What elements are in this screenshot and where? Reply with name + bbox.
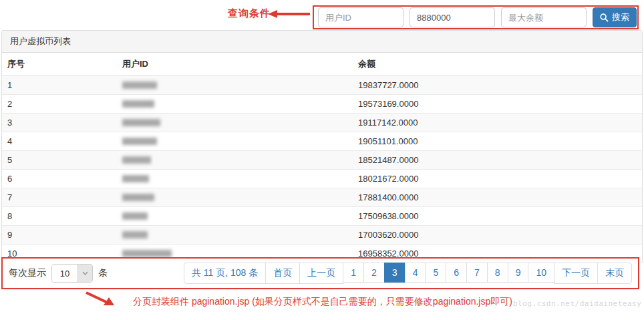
user-id-cell — [117, 95, 353, 114]
page-button[interactable]: 5 — [425, 263, 446, 283]
user-id-cell — [117, 151, 353, 170]
table-row: 119837727.0000 — [2, 76, 642, 95]
chevron-down-icon — [77, 265, 92, 282]
page-button[interactable]: 6 — [446, 263, 467, 283]
col-header-index: 序号 — [2, 53, 117, 76]
last-page-button[interactable]: 末页 — [597, 263, 632, 284]
watermark: blog.csdn.net/daidaineteasy — [513, 299, 641, 308]
balance-cell: 18521487.0000 — [353, 151, 642, 170]
page-size-select[interactable]: 10 — [51, 264, 93, 283]
user-id-cell — [117, 170, 353, 188]
user-coin-table: 序号 用户ID 余额 119837727.0000219573169.00003… — [2, 53, 642, 263]
prev-page-button[interactable]: 上一页 — [299, 263, 343, 284]
redacted-user-id — [122, 156, 151, 164]
page-button-item: 6 — [446, 263, 467, 284]
page-button-active[interactable]: 3 — [384, 263, 406, 283]
redacted-user-id — [122, 175, 149, 182]
row-index-cell: 1 — [2, 76, 117, 95]
table-body: 119837727.0000219573169.0000319117142.00… — [2, 76, 642, 263]
page-button[interactable]: 2 — [363, 263, 385, 283]
search-icon — [600, 13, 609, 22]
redacted-user-id — [122, 100, 154, 108]
page-button[interactable]: 4 — [405, 263, 426, 283]
page-button-item: 5 — [426, 263, 446, 284]
first-page-button-item: 首页 — [266, 263, 300, 284]
user-id-cell — [117, 207, 353, 226]
pagination-note: 分页封装组件 pagination.jsp (如果分页样式不是自己需要的，只需要… — [133, 296, 512, 308]
table-row: 518521487.0000 — [2, 151, 642, 170]
table-row: 419051101.0000 — [2, 132, 642, 151]
page-button-item: 8 — [488, 263, 508, 284]
pagination-summary: 共 11 页, 108 条 — [184, 263, 266, 284]
table-header-row: 序号 用户ID 余额 — [2, 53, 642, 76]
user-id-cell — [117, 226, 353, 245]
prev-page-button-item: 上一页 — [300, 263, 343, 284]
user-id-cell — [117, 114, 353, 132]
page-button-item: 10 — [528, 263, 554, 284]
row-index-cell: 6 — [2, 170, 117, 188]
page-button[interactable]: 8 — [487, 263, 508, 283]
search-button[interactable]: 搜索 — [593, 7, 637, 27]
balance-cell: 17881400.0000 — [353, 188, 642, 207]
row-index-cell: 8 — [2, 207, 117, 226]
redacted-user-id — [122, 231, 148, 238]
col-header-user-id: 用户ID — [117, 53, 353, 76]
table-row: 817509638.0000 — [2, 207, 642, 226]
row-index-cell: 2 — [2, 95, 117, 114]
page-button-active-item: 3 — [385, 263, 406, 284]
page-button-item: 4 — [406, 263, 426, 284]
redacted-user-id — [122, 212, 148, 220]
next-page-button-item: 下一页 — [554, 263, 598, 284]
pagination: 共 11 页, 108 条首页上一页12345678910下一页末页 — [184, 263, 632, 284]
col-header-balance: 余额 — [353, 53, 642, 76]
page-size-group: 每次显示 10 条 — [9, 264, 108, 283]
user-id-cell — [117, 188, 353, 207]
search-button-label: 搜索 — [612, 11, 629, 23]
page-size-prefix-label: 每次显示 — [9, 267, 46, 279]
row-index-cell: 7 — [2, 188, 117, 207]
redacted-user-id — [122, 119, 160, 126]
page-size-value: 10 — [52, 265, 77, 282]
row-index-cell: 5 — [2, 151, 117, 170]
table-row: 219573169.0000 — [2, 95, 642, 114]
query-conditions-label: 查询条件 — [228, 7, 271, 20]
row-index-cell: 3 — [2, 114, 117, 132]
min-balance-input[interactable] — [410, 7, 495, 27]
table-row: 618021672.0000 — [2, 170, 642, 188]
redacted-user-id — [122, 138, 157, 145]
balance-cell: 18021672.0000 — [353, 170, 642, 188]
user-id-cell — [117, 76, 353, 95]
user-coin-panel: 用户虚拟币列表 序号 用户ID 余额 119837727.00002195731… — [1, 30, 643, 263]
pagination-summary-item: 共 11 页, 108 条 — [184, 263, 266, 284]
page-button[interactable]: 10 — [528, 263, 554, 283]
max-balance-input[interactable] — [501, 7, 587, 27]
balance-cell: 19051101.0000 — [353, 132, 642, 151]
user-id-input[interactable] — [318, 7, 404, 27]
page-button[interactable]: 9 — [508, 263, 529, 283]
arrow-left-icon — [268, 9, 311, 19]
search-bar: 搜索 — [313, 5, 639, 29]
page-button[interactable]: 7 — [466, 263, 488, 283]
page-button-item: 2 — [364, 263, 385, 284]
balance-cell: 19837727.0000 — [353, 76, 642, 95]
next-page-button[interactable]: 下一页 — [554, 263, 598, 284]
table-row: 717881400.0000 — [2, 188, 642, 207]
last-page-button-item: 末页 — [598, 263, 632, 284]
user-id-cell — [117, 132, 353, 151]
row-index-cell: 4 — [2, 132, 117, 151]
balance-cell: 17509638.0000 — [353, 207, 642, 226]
pagination-bar: 每次显示 10 条 共 11 页, 108 条首页上一页12345678910下… — [1, 257, 639, 289]
page-button-item: 1 — [343, 263, 364, 284]
row-index-cell: 9 — [2, 226, 117, 245]
balance-cell: 19573169.0000 — [353, 95, 642, 114]
arrow-down-right-icon — [85, 291, 116, 309]
page-button-item: 7 — [467, 263, 488, 284]
table-row: 917003620.0000 — [2, 226, 642, 245]
balance-cell: 17003620.0000 — [353, 226, 642, 245]
redacted-user-id — [122, 194, 154, 201]
redacted-user-id — [122, 250, 172, 257]
balance-cell: 19117142.0000 — [353, 114, 642, 132]
page-button[interactable]: 1 — [343, 263, 364, 283]
page-size-suffix-label: 条 — [98, 267, 108, 279]
first-page-button[interactable]: 首页 — [265, 263, 300, 284]
